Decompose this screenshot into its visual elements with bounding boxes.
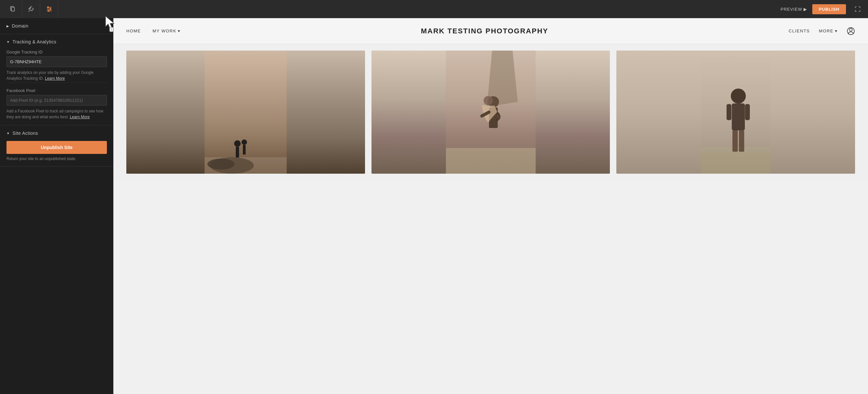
site-nav: HOME MY WORK ▾ MARK TESTING PHOTOGRAPHY … — [113, 18, 868, 44]
user-circle-icon — [847, 27, 855, 35]
domain-section-label: Domain — [12, 23, 29, 29]
facebook-pixel-label: Facebook Pixel — [6, 88, 107, 93]
svg-rect-35 — [739, 130, 745, 152]
site-actions-arrow-icon — [6, 131, 10, 135]
nav-links-left: HOME MY WORK ▾ — [126, 29, 180, 33]
tools-icon-btn[interactable] — [22, 0, 40, 18]
google-tracking-hint: Track analytics on your site by adding y… — [6, 70, 107, 81]
nav-my-work[interactable]: MY WORK ▾ — [153, 29, 180, 33]
more-dropdown-icon: ▾ — [835, 29, 838, 33]
domain-arrow-icon — [6, 24, 9, 28]
facebook-learn-more-link[interactable]: Learn More — [70, 115, 89, 119]
google-learn-more-link[interactable]: Learn More — [45, 76, 65, 81]
toolbar-right: PREVIEW ▶ PUBLISH — [780, 3, 864, 16]
preview-button[interactable]: PREVIEW ▶ — [780, 7, 807, 12]
nav-home[interactable]: HOME — [126, 29, 141, 33]
tracking-section-header[interactable]: Tracking & Analytics — [6, 39, 107, 44]
tools-icon — [28, 5, 35, 12]
preview-area: HOME MY WORK ▾ MARK TESTING PHOTOGRAPHY … — [113, 18, 868, 394]
tracking-section: Tracking & Analytics Google Tracking ID … — [0, 34, 113, 125]
tracking-arrow-icon — [6, 40, 10, 44]
nav-clients[interactable]: CLIENTS — [789, 29, 810, 33]
google-tracking-label: Google Tracking ID — [6, 50, 107, 55]
site-actions-section: Site Actions Unpublish Site Return your … — [0, 125, 113, 166]
tracking-section-label: Tracking & Analytics — [12, 39, 56, 44]
gallery-photo-2 — [371, 51, 610, 174]
facebook-pixel-group: Facebook Pixel Add a Facebook Pixel to t… — [6, 88, 107, 120]
site-actions-header[interactable]: Site Actions — [6, 130, 107, 136]
svg-point-6 — [50, 8, 51, 10]
svg-rect-28 — [701, 152, 771, 174]
site-actions-label: Site Actions — [12, 130, 38, 136]
domain-section: Domain — [0, 18, 113, 34]
svg-point-29 — [731, 88, 746, 103]
svg-rect-13 — [205, 51, 287, 174]
svg-rect-30 — [732, 104, 745, 130]
gallery-photo-1 — [126, 51, 365, 174]
toolbar-icons — [4, 0, 58, 18]
svg-rect-17 — [236, 147, 239, 158]
expand-icon — [855, 6, 861, 12]
site-title: MARK TESTING PHOTOGRAPHY — [180, 27, 789, 35]
pages-icon — [9, 5, 17, 12]
gallery-photo-3 — [616, 51, 855, 174]
svg-rect-1 — [11, 7, 14, 11]
svg-rect-22 — [446, 148, 535, 174]
svg-rect-33 — [745, 104, 750, 120]
svg-rect-19 — [243, 145, 246, 155]
gallery-area — [113, 44, 868, 180]
toolbar: PREVIEW ▶ PUBLISH — [0, 0, 868, 18]
nav-user-icon[interactable] — [847, 27, 855, 35]
svg-rect-32 — [727, 104, 732, 120]
svg-point-5 — [47, 7, 49, 8]
svg-point-25 — [484, 96, 493, 105]
preview-play-icon: ▶ — [804, 7, 807, 12]
google-tracking-input[interactable] — [6, 56, 107, 67]
domain-section-header[interactable]: Domain — [6, 23, 107, 29]
settings-icon-btn[interactable] — [40, 0, 58, 18]
svg-rect-20 — [205, 157, 287, 174]
svg-rect-34 — [733, 130, 738, 152]
unpublish-hint: Return your site to an unpublished state… — [6, 156, 107, 161]
svg-point-16 — [234, 140, 241, 147]
facebook-pixel-hint: Add a Facebook Pixel to track ad campaig… — [6, 108, 107, 120]
nav-more[interactable]: MORE ▾ — [819, 29, 838, 33]
google-tracking-group: Google Tracking ID Track analytics on yo… — [6, 50, 107, 81]
pages-icon-btn[interactable] — [4, 0, 22, 18]
publish-button[interactable]: PUBLISH — [812, 4, 846, 14]
settings-icon — [46, 5, 53, 12]
unpublish-button[interactable]: Unpublish Site — [6, 141, 107, 154]
my-work-dropdown-icon: ▾ — [178, 29, 181, 33]
nav-links-right: CLIENTS MORE ▾ — [789, 27, 855, 35]
sidebar: Domain Tracking & Analytics Google Track… — [0, 18, 113, 394]
facebook-pixel-input[interactable] — [6, 95, 107, 105]
expand-button[interactable] — [851, 3, 864, 16]
svg-point-7 — [48, 10, 49, 12]
svg-point-18 — [242, 139, 247, 145]
main-area: Domain Tracking & Analytics Google Track… — [0, 18, 868, 394]
